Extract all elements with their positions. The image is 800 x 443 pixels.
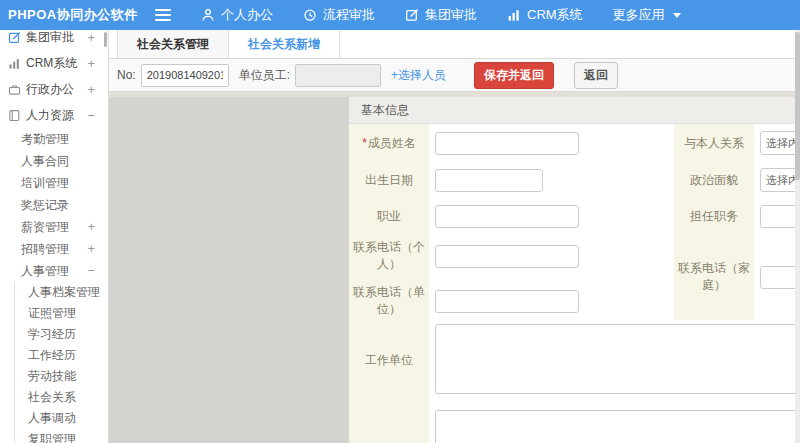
sidebar-item-study-experience[interactable]: 学习经历 xyxy=(15,324,108,345)
form-row: 出生日期 xyxy=(349,162,579,198)
member-name-input[interactable] xyxy=(435,132,579,155)
work-unit-label: 工作单位 xyxy=(349,324,429,397)
clock-icon xyxy=(303,8,317,22)
employee-label: 单位员工: xyxy=(239,67,290,84)
form-row: 职业 xyxy=(349,198,579,234)
sidebar-item-admin-office[interactable]: 行政办公 + xyxy=(0,76,108,102)
sidebar-sub-tree: 人事档案管理 证照管理 学习经历 工作经历 劳动技能 社会关系 人事调动 复职管… xyxy=(14,282,108,443)
work-phone-label: 联系电话（单位） xyxy=(349,278,429,324)
relation-label: 与本人关系 xyxy=(674,124,754,162)
work-unit-textarea[interactable] xyxy=(435,324,800,394)
relation-select[interactable]: 选择内容 xyxy=(760,131,800,155)
form-right-column: 与本人关系 选择内容 政治面貌 选择内容 担任职务 xyxy=(674,124,800,320)
save-and-return-button[interactable]: 保存并返回 xyxy=(474,62,554,89)
caret-down-icon xyxy=(673,13,681,18)
expand-plus-icon: + xyxy=(87,30,95,45)
toolbar: No: 单位员工: +选择人员 保存并返回 返回 xyxy=(109,59,800,92)
form-row: 工作单位 xyxy=(349,324,800,397)
sidebar-item-salary-mgmt[interactable]: 薪资管理+ xyxy=(0,216,108,238)
sidebar-item-reinstatement-mgmt[interactable]: 复职管理 xyxy=(15,429,108,443)
sidebar-item-group-approval[interactable]: 集团审批 + xyxy=(0,30,108,50)
sidebar-item-label: CRM系统 xyxy=(26,55,87,72)
expand-plus-icon: + xyxy=(87,82,95,97)
sidebar-scrollbar-thumb[interactable] xyxy=(104,32,107,47)
tab-bar: 社会关系管理 社会关系新增 xyxy=(109,30,800,59)
form-row: 联系电话（单位） xyxy=(349,278,579,324)
book-icon xyxy=(8,109,21,122)
main-area: 社会关系管理 社会关系新增 No: 单位员工: +选择人员 保存并返回 返回 基… xyxy=(109,30,800,443)
next-field-label xyxy=(349,397,429,443)
nav-crm-system[interactable]: CRM系统 xyxy=(507,6,583,24)
sidebar-item-reward-record[interactable]: 奖惩记录 xyxy=(0,194,108,216)
select-person-link[interactable]: +选择人员 xyxy=(391,67,446,84)
birth-date-input[interactable] xyxy=(435,169,543,192)
briefcase-icon xyxy=(8,83,21,96)
bar-chart-icon xyxy=(8,57,21,70)
expand-plus-icon: + xyxy=(87,238,95,260)
nav-more-apps[interactable]: 更多应用 xyxy=(613,6,681,24)
sidebar-item-attendance-mgmt[interactable]: 考勤管理 xyxy=(0,128,108,150)
back-button[interactable]: 返回 xyxy=(574,62,618,89)
collapse-minus-icon: − xyxy=(87,108,95,123)
form-row: 联系电话（个人） xyxy=(349,234,579,278)
sidebar-item-personnel-archive[interactable]: 人事档案管理 xyxy=(15,282,108,303)
sidebar-item-personnel-transfer[interactable]: 人事调动 xyxy=(15,408,108,429)
menu-toggle-icon[interactable] xyxy=(155,9,171,21)
occupation-input[interactable] xyxy=(435,205,579,228)
form-columns: *成员姓名 出生日期 职业 联系电话（个 xyxy=(349,124,800,324)
employee-input[interactable] xyxy=(295,64,381,87)
no-label: No: xyxy=(117,68,136,82)
home-phone-input[interactable] xyxy=(760,266,800,289)
work-phone-input[interactable] xyxy=(435,290,579,313)
nav-item-label: 个人办公 xyxy=(221,6,273,24)
next-field-textarea[interactable] xyxy=(435,410,800,443)
sidebar: 集团审批 + CRM系统 + 行政办公 + 人力资源 − 考勤管理 人事合同 培… xyxy=(0,30,109,443)
political-status-select[interactable]: 选择内容 xyxy=(760,168,800,192)
content-background xyxy=(109,97,349,443)
pen-square-icon xyxy=(8,31,21,44)
member-name-label: *成员姓名 xyxy=(349,124,429,162)
personal-phone-label: 联系电话（个人） xyxy=(349,234,429,278)
home-phone-label: 联系电话（家庭） xyxy=(674,234,754,320)
app-logo: PHPOA协同办公软件 xyxy=(0,6,148,24)
content-area: 基本信息 *成员姓名 出生日期 xyxy=(109,92,800,443)
form-row: 担任职务 xyxy=(674,198,800,234)
sidebar-item-social-relation[interactable]: 社会关系 xyxy=(15,387,108,408)
sidebar-item-recruit-mgmt[interactable]: 招聘管理+ xyxy=(0,238,108,260)
nav-process-approval[interactable]: 流程审批 xyxy=(303,6,375,24)
no-input[interactable] xyxy=(141,64,229,87)
position-input[interactable] xyxy=(760,205,800,228)
sidebar-item-work-experience[interactable]: 工作经历 xyxy=(15,345,108,366)
sidebar-item-label: 集团审批 xyxy=(26,30,87,46)
sidebar-item-human-resources[interactable]: 人力资源 − xyxy=(0,102,108,128)
nav-item-label: 集团审批 xyxy=(425,6,477,24)
political-status-label: 政治面貌 xyxy=(674,162,754,198)
sidebar-item-labor-skill[interactable]: 劳动技能 xyxy=(15,366,108,387)
top-nav-menu: 个人办公 流程审批 集团审批 CRM系统 更多应用 xyxy=(171,6,681,24)
sidebar-item-label: 人力资源 xyxy=(26,107,87,124)
sidebar-item-crm-system[interactable]: CRM系统 + xyxy=(0,50,108,76)
birth-date-label: 出生日期 xyxy=(349,162,429,198)
bar-chart-icon xyxy=(507,8,521,22)
form-row: 与本人关系 选择内容 xyxy=(674,124,800,162)
sidebar-item-personnel-mgmt[interactable]: 人事管理− xyxy=(0,260,108,282)
sidebar-item-certificate-mgmt[interactable]: 证照管理 xyxy=(15,303,108,324)
vertical-scrollbar[interactable] xyxy=(795,30,800,443)
form-row: *成员姓名 xyxy=(349,124,579,162)
tab-social-relation-new[interactable]: 社会关系新增 xyxy=(229,30,340,58)
form-panel: 基本信息 *成员姓名 出生日期 xyxy=(349,97,800,443)
personal-phone-input[interactable] xyxy=(435,245,579,268)
top-navbar: PHPOA协同办公软件 个人办公 流程审批 集团审批 CRM系统 xyxy=(0,0,800,30)
sidebar-item-hr-contract[interactable]: 人事合同 xyxy=(0,150,108,172)
nav-personal-office[interactable]: 个人办公 xyxy=(201,6,273,24)
nav-item-label: 更多应用 xyxy=(613,6,665,24)
nav-item-label: 流程审批 xyxy=(323,6,375,24)
expand-plus-icon: + xyxy=(87,56,95,71)
scrollbar-thumb[interactable] xyxy=(795,32,800,180)
tab-social-relation-mgmt[interactable]: 社会关系管理 xyxy=(117,30,229,58)
form-row: 政治面貌 选择内容 xyxy=(674,162,800,198)
section-title: 基本信息 xyxy=(349,97,800,124)
expand-plus-icon: + xyxy=(87,216,95,238)
nav-group-approval[interactable]: 集团审批 xyxy=(405,6,477,24)
sidebar-item-training-mgmt[interactable]: 培训管理 xyxy=(0,172,108,194)
